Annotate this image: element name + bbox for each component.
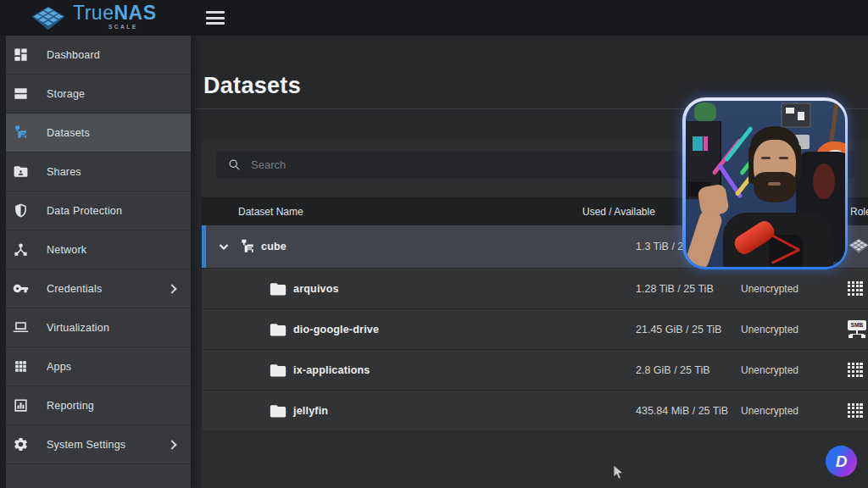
- sidebar-item-data-protection[interactable]: Data Protection: [0, 191, 191, 230]
- dataset-name: dio-google-drive: [293, 324, 379, 336]
- sidebar-item-virtualization[interactable]: Virtualization: [0, 308, 191, 347]
- encryption-status: Unencrypted: [741, 324, 798, 336]
- collapse-chevron-icon[interactable]: [217, 240, 231, 253]
- column-header-roles[interactable]: Roles: [850, 206, 868, 218]
- dataset-name: cube: [261, 241, 287, 252]
- column-header-dataset-name[interactable]: Dataset Name: [238, 206, 303, 218]
- sidebar-item-storage[interactable]: Storage: [0, 75, 191, 114]
- key-icon: [13, 280, 29, 297]
- chevron-right-icon: [167, 284, 176, 293]
- table-row-dio-google-drive[interactable]: dio-google-drive 21.45 GiB / 25 TiB Unen…: [202, 309, 868, 350]
- dataset-name: ix-applications: [293, 364, 370, 376]
- datasets-icon: [13, 125, 29, 141]
- sidebar-item-credentials[interactable]: Credentials: [0, 269, 191, 308]
- dataset-used: 2.8 GiB / 25 TiB: [636, 364, 710, 376]
- brand-text: TrueNAS SCALE: [73, 3, 157, 30]
- sidebar-item-reporting[interactable]: Reporting: [0, 386, 191, 425]
- truenas-cube-icon: [848, 237, 866, 256]
- plant: [694, 103, 716, 121]
- column-header-used-available[interactable]: Used / Available: [582, 206, 655, 218]
- network-icon: [13, 241, 29, 258]
- apps-grid-icon: [848, 280, 866, 298]
- dataset-name: jellyfin: [293, 405, 328, 417]
- dashboard-icon: [13, 47, 29, 63]
- sidebar-item-apps[interactable]: Apps: [0, 347, 191, 386]
- sidebar-item-datasets[interactable]: Datasets: [0, 114, 191, 152]
- shared-folder-icon: [13, 164, 29, 180]
- dataset-tree-icon: [239, 238, 256, 255]
- dataset-used: 21.45 GiB / 25 TiB: [636, 324, 721, 336]
- gear-icon: [13, 436, 29, 452]
- table-row-ix-applications[interactable]: ix-applications 2.8 GiB / 25 TiB Unencry…: [202, 350, 868, 391]
- encryption-status: Unencrypted: [741, 405, 798, 417]
- table-row-arquivos[interactable]: arquivos 1.28 TiB / 25 TiB Unencrypted: [202, 269, 868, 309]
- webcam-overlay: [682, 97, 848, 269]
- top-bar: TrueNAS SCALE: [0, 0, 868, 36]
- search-icon: [228, 158, 241, 171]
- apps-grid-icon: [848, 402, 866, 420]
- page-title: Datasets: [203, 73, 301, 99]
- sidebar-item-system-settings[interactable]: System Settings: [0, 425, 191, 464]
- search-placeholder: Search: [251, 158, 286, 171]
- sidebar-item-dashboard[interactable]: Dashboard: [0, 36, 191, 75]
- truenas-cube-icon: [31, 5, 66, 31]
- dataset-used: 1.28 TiB / 25 TiB: [636, 283, 714, 295]
- dataset-name: arquivos: [293, 283, 339, 295]
- truenas-logo[interactable]: TrueNAS SCALE: [31, 3, 157, 31]
- folder-icon: [270, 281, 287, 296]
- bar-chart-icon: [13, 397, 29, 413]
- shield-icon: [13, 202, 29, 219]
- brand-subtitle: SCALE: [108, 25, 157, 30]
- menu-hamburger-icon[interactable]: [206, 11, 225, 25]
- smb-label: SMB: [848, 320, 866, 330]
- chevron-right-icon: [167, 440, 176, 449]
- laptop-icon: [13, 319, 29, 336]
- left-edge-strip: [0, 36, 6, 488]
- storage-icon: [13, 86, 29, 102]
- truenas-app-window: TrueNAS SCALE Dashboard Storage Datasets…: [0, 0, 868, 488]
- dataset-used: 435.84 MiB / 25 TiB: [636, 405, 728, 417]
- smb-share-icon: SMB: [848, 320, 866, 339]
- apps-icon: [13, 358, 29, 374]
- table-row-jellyfin[interactable]: jellyfin 435.84 MiB / 25 TiB Unencrypted: [202, 391, 868, 431]
- sidebar-item-shares[interactable]: Shares: [0, 152, 191, 191]
- webcam-scene: [686, 101, 845, 267]
- folder-icon: [270, 322, 287, 336]
- folder-icon: [270, 403, 287, 418]
- apps-grid-icon: [848, 361, 866, 380]
- sidebar-item-network[interactable]: Network: [0, 230, 191, 269]
- folder-icon: [270, 363, 287, 377]
- selected-row-stripe: [202, 225, 206, 268]
- sidebar-nav: Dashboard Storage Datasets Shares Data P…: [0, 36, 191, 488]
- channel-d-logo: D: [826, 446, 857, 477]
- encryption-status: Unencrypted: [741, 283, 798, 295]
- wall-frame: [781, 103, 811, 128]
- encryption-status: Unencrypted: [741, 364, 798, 376]
